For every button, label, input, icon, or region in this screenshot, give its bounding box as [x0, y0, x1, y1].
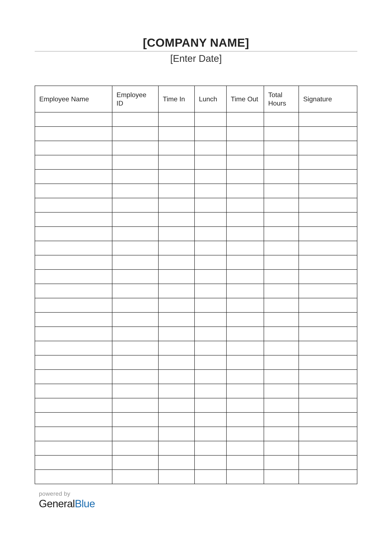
table-cell[interactable]	[264, 169, 299, 184]
table-cell[interactable]	[264, 384, 299, 398]
table-cell[interactable]	[194, 212, 227, 227]
table-cell[interactable]	[194, 427, 227, 441]
table-cell[interactable]	[227, 112, 264, 127]
table-cell[interactable]	[264, 355, 299, 370]
table-cell[interactable]	[112, 169, 159, 184]
table-cell[interactable]	[158, 327, 194, 341]
table-cell[interactable]	[194, 141, 227, 155]
table-cell[interactable]	[227, 412, 264, 427]
table-cell[interactable]	[264, 255, 299, 270]
table-cell[interactable]	[35, 169, 112, 184]
table-cell[interactable]	[227, 455, 264, 470]
table-cell[interactable]	[35, 212, 112, 227]
table-cell[interactable]	[158, 398, 194, 412]
table-cell[interactable]	[299, 470, 357, 484]
table-cell[interactable]	[194, 341, 227, 355]
table-cell[interactable]	[194, 412, 227, 427]
table-cell[interactable]	[227, 370, 264, 384]
table-cell[interactable]	[35, 455, 112, 470]
table-cell[interactable]	[112, 427, 159, 441]
table-cell[interactable]	[194, 169, 227, 184]
table-cell[interactable]	[158, 455, 194, 470]
table-cell[interactable]	[158, 355, 194, 370]
table-cell[interactable]	[227, 384, 264, 398]
table-cell[interactable]	[112, 212, 159, 227]
table-cell[interactable]	[35, 412, 112, 427]
table-cell[interactable]	[35, 398, 112, 412]
table-cell[interactable]	[35, 341, 112, 355]
table-cell[interactable]	[227, 398, 264, 412]
table-cell[interactable]	[194, 312, 227, 327]
table-cell[interactable]	[194, 470, 227, 484]
table-cell[interactable]	[299, 155, 357, 169]
table-cell[interactable]	[112, 470, 159, 484]
table-cell[interactable]	[35, 298, 112, 312]
table-cell[interactable]	[35, 270, 112, 284]
table-cell[interactable]	[264, 127, 299, 141]
table-cell[interactable]	[112, 155, 159, 169]
table-cell[interactable]	[35, 470, 112, 484]
table-cell[interactable]	[264, 298, 299, 312]
table-cell[interactable]	[35, 155, 112, 169]
table-cell[interactable]	[299, 398, 357, 412]
table-cell[interactable]	[194, 370, 227, 384]
table-cell[interactable]	[194, 184, 227, 198]
table-cell[interactable]	[158, 227, 194, 241]
table-cell[interactable]	[227, 355, 264, 370]
table-cell[interactable]	[35, 241, 112, 255]
table-cell[interactable]	[194, 241, 227, 255]
table-cell[interactable]	[299, 441, 357, 455]
table-cell[interactable]	[35, 355, 112, 370]
table-cell[interactable]	[112, 284, 159, 298]
table-cell[interactable]	[194, 355, 227, 370]
table-cell[interactable]	[227, 127, 264, 141]
table-cell[interactable]	[35, 441, 112, 455]
table-cell[interactable]	[194, 127, 227, 141]
table-cell[interactable]	[264, 155, 299, 169]
table-cell[interactable]	[264, 327, 299, 341]
table-cell[interactable]	[112, 298, 159, 312]
table-cell[interactable]	[112, 398, 159, 412]
table-cell[interactable]	[35, 312, 112, 327]
table-cell[interactable]	[112, 312, 159, 327]
table-cell[interactable]	[158, 412, 194, 427]
table-cell[interactable]	[264, 312, 299, 327]
table-cell[interactable]	[264, 341, 299, 355]
table-cell[interactable]	[158, 298, 194, 312]
table-cell[interactable]	[35, 141, 112, 155]
table-cell[interactable]	[158, 198, 194, 212]
table-cell[interactable]	[112, 355, 159, 370]
table-cell[interactable]	[227, 327, 264, 341]
table-cell[interactable]	[35, 112, 112, 127]
table-cell[interactable]	[227, 169, 264, 184]
table-cell[interactable]	[35, 427, 112, 441]
table-cell[interactable]	[158, 169, 194, 184]
table-cell[interactable]	[264, 212, 299, 227]
table-cell[interactable]	[299, 384, 357, 398]
table-cell[interactable]	[264, 455, 299, 470]
table-cell[interactable]	[299, 298, 357, 312]
table-cell[interactable]	[299, 312, 357, 327]
table-cell[interactable]	[112, 441, 159, 455]
table-cell[interactable]	[35, 127, 112, 141]
table-cell[interactable]	[227, 427, 264, 441]
table-cell[interactable]	[194, 298, 227, 312]
table-cell[interactable]	[227, 212, 264, 227]
table-cell[interactable]	[299, 255, 357, 270]
table-cell[interactable]	[35, 327, 112, 341]
table-cell[interactable]	[264, 227, 299, 241]
table-cell[interactable]	[194, 327, 227, 341]
table-cell[interactable]	[227, 198, 264, 212]
table-cell[interactable]	[158, 284, 194, 298]
table-cell[interactable]	[194, 198, 227, 212]
table-cell[interactable]	[158, 470, 194, 484]
table-cell[interactable]	[158, 155, 194, 169]
table-cell[interactable]	[227, 184, 264, 198]
table-cell[interactable]	[35, 284, 112, 298]
table-cell[interactable]	[264, 184, 299, 198]
table-cell[interactable]	[299, 127, 357, 141]
table-cell[interactable]	[112, 141, 159, 155]
table-cell[interactable]	[112, 384, 159, 398]
table-cell[interactable]	[264, 270, 299, 284]
table-cell[interactable]	[227, 341, 264, 355]
